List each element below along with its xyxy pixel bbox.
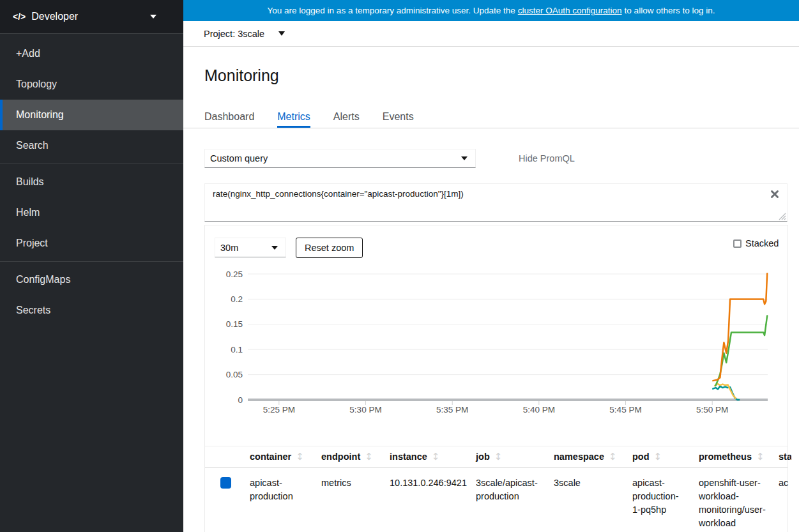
sidebar-item-topology[interactable]: Topology xyxy=(0,69,183,100)
table-row: apicast- production metrics 10.131.0.246… xyxy=(205,467,788,532)
cell-container: apicast- production xyxy=(250,476,316,503)
cell-job: 3scale/apicast- production xyxy=(476,476,549,503)
resize-handle[interactable] xyxy=(778,212,786,220)
perspective-label: Developer xyxy=(31,11,150,22)
metrics-card: 30m Reset zoom Stacked 00.050.10.150.20.… xyxy=(204,225,788,532)
svg-text:0: 0 xyxy=(238,395,243,405)
tabs: Dashboard Metrics Alerts Events xyxy=(183,109,799,128)
clear-query-icon[interactable] xyxy=(770,190,779,199)
svg-text:5:50 PM: 5:50 PM xyxy=(696,405,728,414)
metrics-chart: 00.050.10.150.20.255:25 PM5:30 PM5:35 PM… xyxy=(205,225,788,423)
sidebar-item-secrets[interactable]: Secrets xyxy=(0,295,183,326)
svg-text:5:40 PM: 5:40 PM xyxy=(523,405,555,414)
svg-text:5:35 PM: 5:35 PM xyxy=(436,405,468,414)
sidebar-item-search[interactable]: Search xyxy=(0,130,183,161)
svg-text:0.05: 0.05 xyxy=(226,370,243,379)
svg-text:0.1: 0.1 xyxy=(231,345,243,354)
table-header: container↕ endpoint↕ instance↕ job↕ name… xyxy=(205,446,788,467)
sort-icon[interactable]: ↕ xyxy=(494,451,503,462)
sidebar-item-builds[interactable]: Builds xyxy=(0,167,183,197)
svg-text:0.2: 0.2 xyxy=(231,294,243,304)
hide-promql-toggle[interactable]: Hide PromQL xyxy=(519,153,575,163)
col-endpoint[interactable]: endpoint↕ xyxy=(321,446,384,467)
banner-text-before: You are logged in as a temporary adminis… xyxy=(268,6,515,15)
tab-alerts[interactable]: Alerts xyxy=(333,109,360,128)
page-title: Monitoring xyxy=(204,66,279,85)
cell-pod: apicast- production- 1-pq5hp xyxy=(632,476,694,517)
svg-text:5:45 PM: 5:45 PM xyxy=(609,405,641,414)
banner-text-after: to allow others to log in. xyxy=(625,6,715,15)
svg-text:0.15: 0.15 xyxy=(226,319,243,329)
promql-query-text: rate(nginx_http_connections{container="a… xyxy=(213,189,764,199)
nav-divider xyxy=(0,163,183,164)
sidebar: </> Developer +Add Topology Monitoring S… xyxy=(0,0,183,532)
project-dropdown-label[interactable]: Project: 3scale xyxy=(204,29,264,39)
perspective-switcher[interactable]: </> Developer xyxy=(0,0,183,34)
nav-divider xyxy=(0,261,183,262)
sort-icon[interactable]: ↕ xyxy=(296,451,304,462)
cell-endpoint: metrics xyxy=(321,476,384,490)
sort-icon[interactable]: ↕ xyxy=(609,451,617,462)
cell-state: ac xyxy=(779,476,791,490)
col-container[interactable]: container↕ xyxy=(250,446,316,467)
query-select[interactable]: Custom query xyxy=(204,149,476,168)
sort-icon[interactable]: ↕ xyxy=(756,451,765,462)
sort-icon[interactable]: ↕ xyxy=(432,451,440,462)
col-state[interactable]: sta xyxy=(779,446,791,467)
sort-icon[interactable]: ↕ xyxy=(654,451,662,462)
col-prometheus[interactable]: prometheus↕ xyxy=(699,446,773,467)
series-color-swatch[interactable] xyxy=(220,477,231,489)
chevron-down-icon[interactable] xyxy=(278,31,285,36)
col-pod[interactable]: pod↕ xyxy=(632,446,694,467)
chevron-down-icon xyxy=(150,15,156,19)
cell-namespace: 3scale xyxy=(554,476,627,490)
sidebar-item-project[interactable]: Project xyxy=(0,228,183,259)
svg-text:5:30 PM: 5:30 PM xyxy=(349,405,381,414)
tab-metrics[interactable]: Metrics xyxy=(277,109,310,128)
sidebar-item-helm[interactable]: Helm xyxy=(0,197,183,228)
cell-instance: 10.131.0.246:9421 xyxy=(390,476,473,490)
sidebar-item-configmaps[interactable]: ConfigMaps xyxy=(0,264,183,295)
oauth-config-link[interactable]: cluster OAuth configuration xyxy=(518,6,622,15)
sidebar-item-monitoring[interactable]: Monitoring xyxy=(0,100,183,130)
col-instance[interactable]: instance↕ xyxy=(390,446,473,467)
svg-text:5:25 PM: 5:25 PM xyxy=(263,405,295,414)
project-bar: Project: 3scale xyxy=(183,21,799,47)
login-notice-banner: You are logged in as a temporary adminis… xyxy=(183,0,799,21)
sidebar-item-add[interactable]: +Add xyxy=(0,38,183,69)
sort-icon[interactable]: ↕ xyxy=(365,451,373,462)
svg-text:0.25: 0.25 xyxy=(226,270,243,279)
cell-prometheus: openshift-user- workload- monitoring/use… xyxy=(699,476,773,530)
col-namespace[interactable]: namespace↕ xyxy=(554,446,627,467)
query-select-value: Custom query xyxy=(210,153,268,163)
code-icon: </> xyxy=(13,11,26,22)
tab-dashboard[interactable]: Dashboard xyxy=(204,109,254,128)
sidebar-nav: +Add Topology Monitoring Search Builds H… xyxy=(0,34,183,326)
promql-textarea[interactable]: rate(nginx_http_connections{container="a… xyxy=(204,183,788,222)
chevron-down-icon xyxy=(461,156,468,160)
main-content: You are logged in as a temporary adminis… xyxy=(183,0,799,532)
col-job[interactable]: job↕ xyxy=(476,446,549,467)
tab-events[interactable]: Events xyxy=(383,109,414,128)
